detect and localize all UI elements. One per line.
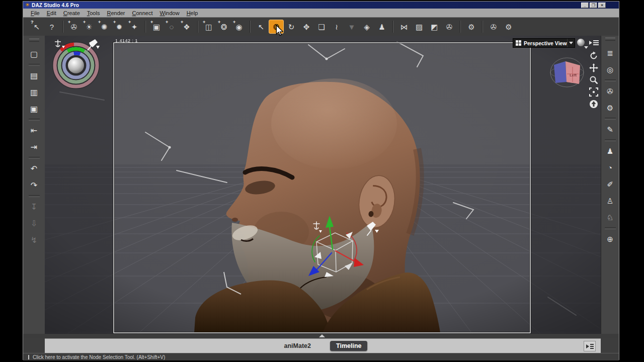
restore-button[interactable]: ❐ — [590, 3, 597, 8]
new-primitive-button[interactable]: ◫+ — [201, 20, 216, 34]
tab-animate2[interactable]: aniMate2 — [278, 341, 317, 351]
merge-scene-button[interactable]: ▥ — [28, 86, 41, 99]
dock-handle[interactable] — [605, 38, 615, 41]
render-button[interactable]: ✇ — [486, 20, 501, 34]
node-selection-tool-button[interactable]: ↖ — [254, 20, 269, 34]
frame-view-button[interactable] — [588, 87, 599, 97]
script-ide-pane-button[interactable]: ✎ — [604, 123, 617, 136]
new-hand-prop-button[interactable]: ❖+ — [179, 20, 194, 34]
clear-figure-button[interactable]: ↯ — [28, 234, 41, 246]
translate-tool-button[interactable]: ✥ — [299, 20, 314, 34]
bottom-splitter[interactable] — [23, 334, 619, 338]
dock-handle[interactable] — [29, 39, 39, 42]
scene-pane-button[interactable]: ✇ — [604, 85, 617, 98]
render-settings-button[interactable]: ⚙ — [501, 20, 516, 34]
toolbar-separator — [460, 21, 461, 33]
menu-file[interactable]: File — [27, 10, 43, 17]
figure-selection-button[interactable]: ♟ — [374, 20, 389, 34]
minimize-button[interactable]: _ — [581, 3, 589, 8]
title-bar[interactable]: ☀ DAZ Studio 4.6 Pro _ ❐ ✕ — [23, 2, 619, 9]
view-selector-dropdown[interactable] — [567, 39, 575, 47]
selection-arrow-icon: ↖ — [258, 23, 265, 31]
zoom-view-button[interactable] — [588, 75, 599, 85]
badge: ? — [31, 20, 34, 25]
viewport-pane-menu-button[interactable] — [589, 39, 599, 47]
redo-button[interactable]: ↷ — [28, 179, 41, 192]
export-button[interactable]: ⇥ — [28, 141, 41, 153]
dock-separator — [29, 157, 40, 159]
new-file-icon: ▢ — [30, 49, 38, 59]
plus-badge: + — [113, 20, 116, 25]
pose-figure-icon: ♟ — [607, 147, 613, 156]
viewport-nav-controls — [588, 51, 599, 109]
new-point-light-button[interactable]: ✺+ — [97, 20, 112, 34]
new-dformer-button[interactable]: ❂+ — [216, 20, 231, 34]
active-tool-icon[interactable] — [55, 40, 65, 48]
figure-setup-pane-button[interactable]: ♘ — [604, 211, 617, 224]
menu-render[interactable]: Render — [103, 10, 128, 17]
transfer-utility-button[interactable]: ▼ — [344, 20, 359, 34]
view-cube[interactable]: Left — [549, 56, 585, 89]
scale-tool-button[interactable]: ❏ — [314, 20, 329, 34]
new-camera-button[interactable]: ✇+ — [66, 20, 82, 34]
restore-figure-button[interactable]: ⇩ — [28, 217, 41, 230]
primitive-icon: ◫ — [205, 23, 212, 31]
reset-view-button[interactable] — [588, 99, 599, 109]
translate-ball[interactable] — [68, 57, 84, 73]
universal-tool-widget[interactable] — [51, 38, 101, 89]
weight-brush-icon: ⋈ — [400, 23, 408, 31]
tab-pane-menu-button[interactable] — [584, 341, 596, 351]
polygon-group-editor-button[interactable]: ◩ — [427, 20, 442, 34]
drop-to-floor-button[interactable]: ↧ — [28, 201, 41, 213]
view-selector[interactable]: Perspective View — [513, 38, 575, 48]
close-button[interactable]: ✕ — [598, 3, 606, 8]
open-scene-button[interactable]: ▤ — [28, 69, 41, 82]
toolbar-separator — [250, 21, 251, 33]
render-settings-pane-button[interactable]: ⚙ — [604, 102, 617, 114]
new-spotlight-button[interactable]: ✦+ — [127, 20, 142, 34]
cube-side-face[interactable] — [554, 61, 567, 83]
activity-info-pane-button[interactable]: ◎ — [604, 63, 617, 76]
menu-window[interactable]: Window — [156, 10, 183, 17]
transfer-icon: ▼ — [348, 23, 356, 31]
geometry-editor-button[interactable]: ▨ — [412, 20, 427, 34]
new-scene-button[interactable]: ▢ — [28, 48, 41, 60]
environment-pane-button[interactable]: ⊕ — [604, 233, 617, 245]
new-linear-point-light-button[interactable]: ✹+ — [112, 20, 127, 34]
new-group-button[interactable]: ▣+ — [149, 20, 164, 34]
viewport[interactable]: 1.4142 : 1 — [45, 36, 601, 334]
pan-view-button[interactable] — [588, 63, 599, 73]
shaping-pane-button[interactable]: ◔ — [604, 161, 617, 174]
menu-connect[interactable]: Connect — [129, 10, 156, 17]
orbit-view-button[interactable] — [588, 51, 599, 61]
new-figure-button[interactable]: ◉+ — [231, 20, 247, 34]
new-null-button[interactable]: ◌+ — [164, 20, 179, 34]
tab-timeline[interactable]: Timeline — [330, 341, 367, 351]
posing-pane-button[interactable]: ♟ — [604, 145, 617, 157]
save-scene-button[interactable]: ▣ — [28, 103, 41, 115]
viewport-canvas[interactable] — [45, 36, 601, 334]
undo-button[interactable]: ↶ — [28, 162, 41, 175]
tool-settings-button[interactable]: ⚙ — [464, 20, 479, 34]
pin-tool-icon[interactable] — [88, 39, 100, 50]
surfaces-pane-button[interactable]: ✐ — [604, 178, 617, 191]
weight-brush-button[interactable]: ⋈ — [396, 20, 412, 34]
new-distant-light-button[interactable]: ☀+ — [82, 20, 97, 34]
joint-editor-button[interactable]: ≀ — [329, 20, 344, 34]
help-button[interactable]: ? — [44, 20, 59, 34]
rotate-tool-button[interactable]: ↻ — [284, 20, 299, 34]
aim-camera-button[interactable]: ✇ — [442, 20, 457, 34]
puppeteer-pane-button[interactable]: ♙ — [604, 195, 617, 207]
export-icon: ⇥ — [31, 142, 37, 152]
plus-badge: + — [203, 20, 205, 25]
rotate-icon: ↻ — [288, 23, 295, 31]
whats-this-button[interactable]: ↖? — [29, 20, 44, 34]
menu-help[interactable]: Help — [183, 10, 202, 17]
draw-style-button[interactable] — [577, 39, 588, 49]
menu-tools[interactable]: Tools — [84, 10, 104, 17]
surface-selection-button[interactable]: ◈ — [359, 20, 374, 34]
menu-create[interactable]: Create — [60, 10, 84, 17]
import-button[interactable]: ⇤ — [28, 124, 41, 137]
menu-edit[interactable]: Edit — [43, 10, 60, 17]
dock-pane-menu-button[interactable]: ≣ — [604, 47, 617, 59]
